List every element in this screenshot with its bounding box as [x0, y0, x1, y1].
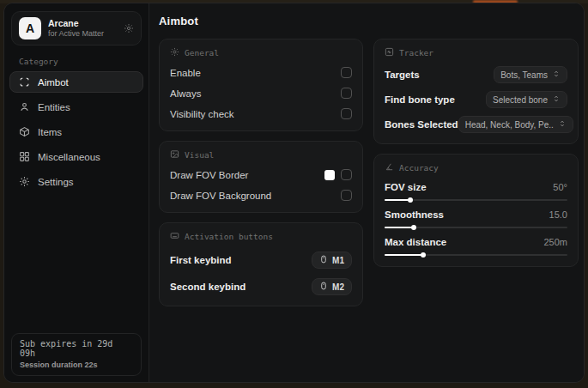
subscription-info-card: Sub expires in 29d 09h Session duration … [11, 333, 142, 376]
enable-checkbox[interactable] [341, 67, 352, 78]
setting-row: Find bone type Selected bone [385, 91, 567, 108]
sidebar-item-label: Miscellaneous [38, 152, 100, 162]
general-card: General Enable Always Visibility check [159, 39, 363, 131]
visibility-check-checkbox[interactable] [341, 108, 352, 119]
sidebar-item-label: Aimbot [38, 77, 69, 88]
image-icon [170, 149, 179, 161]
mouse-icon [319, 255, 328, 265]
accuracy-card: Accuracy FOV size 50° [373, 154, 579, 267]
tracker-card-header: Tracker [385, 47, 567, 58]
settings-gear-icon[interactable] [124, 23, 134, 33]
slider-row: Smoothness 15.0 [385, 209, 567, 228]
setting-row: Enable [170, 66, 352, 79]
always-checkbox[interactable] [341, 88, 352, 99]
card-header-label: Visual [185, 150, 214, 160]
setting-label: Second keybind [170, 282, 246, 292]
setting-row: Targets Bots, Teams [385, 66, 567, 83]
session-duration-text: Session duration 22s [20, 361, 133, 369]
card-header-label: Accuracy [399, 163, 439, 173]
slider-row-header: Smoothness 15.0 [385, 209, 567, 220]
app-brand-card: A Arcane for Active Matter [11, 11, 142, 45]
unfold-icon [552, 70, 561, 80]
keybind-value: M2 [332, 282, 344, 292]
sidebar-item-aimbot[interactable]: Aimbot [9, 71, 143, 93]
setting-label: Draw FOV Background [170, 191, 271, 201]
sidebar-item-settings[interactable]: Settings [9, 171, 143, 192]
setting-row: Visibility check [170, 107, 352, 120]
visual-card-header: Visual [170, 149, 352, 161]
scan-icon [19, 76, 30, 88]
slider-value: 50° [553, 182, 567, 192]
slider-row-header: FOV size 50° [385, 182, 567, 192]
setting-label: Smoothness [385, 209, 444, 220]
cube-icon [19, 126, 30, 137]
unfold-icon [558, 119, 567, 130]
tracker-card: Tracker Targets Bots, Teams [373, 39, 579, 144]
draw-fov-border-checkbox[interactable] [341, 169, 352, 180]
setting-row: Draw FOV Background [170, 189, 352, 202]
setting-label: Visibility check [170, 109, 234, 119]
activity-box-icon [385, 47, 394, 58]
targets-dropdown[interactable]: Bots, Teams [494, 66, 567, 83]
app-brand-text: Arcane for Active Matter [48, 18, 117, 39]
second-keybind-button[interactable]: M2 [312, 278, 352, 295]
left-column: General Enable Always Visibility check [159, 39, 363, 306]
accuracy-card-header: Accuracy [385, 162, 567, 173]
smoothness-slider[interactable] [385, 227, 567, 228]
gear-dotted-icon [170, 47, 179, 58]
visual-card: Visual Draw FOV Border Draw FOV Backgrou… [159, 141, 363, 213]
sidebar-nav: Aimbot Entities Items [4, 70, 149, 194]
app-subtitle: for Active Matter [48, 29, 117, 39]
setting-label: Targets [385, 70, 420, 80]
first-keybind-button[interactable]: M1 [312, 252, 352, 269]
fov-border-color-swatch[interactable] [324, 170, 335, 180]
slider-row-header: Max distance 250m [385, 237, 567, 247]
max-distance-slider[interactable] [385, 254, 567, 256]
dropdown-value: Head, Neck, Body, Pe.. [465, 120, 554, 130]
main-content: Aimbot General Enable [149, 3, 585, 382]
setting-label: Bones Selected [385, 119, 458, 130]
sidebar-item-items[interactable]: Items [9, 121, 143, 142]
gear-icon [19, 176, 30, 187]
person-icon [19, 101, 30, 112]
slider-row: Max distance 250m [385, 237, 567, 256]
sidebar-item-label: Items [38, 127, 62, 137]
grid-icon [19, 151, 30, 162]
sidebar-item-entities[interactable]: Entities [9, 96, 143, 118]
angle-icon [385, 162, 394, 173]
find-bone-type-dropdown[interactable]: Selected bone [486, 91, 567, 108]
cards-columns: General Enable Always Visibility check [159, 39, 579, 306]
sidebar-item-label: Settings [38, 177, 74, 187]
draw-fov-background-checkbox[interactable] [341, 190, 352, 201]
bones-selected-dropdown[interactable]: Head, Neck, Body, Pe.. [458, 116, 573, 133]
keyboard-icon [170, 231, 179, 242]
slider-value: 15.0 [549, 209, 567, 220]
page-title: Aimbot [159, 15, 579, 27]
setting-controls [324, 169, 352, 180]
sidebar-item-miscellaneous[interactable]: Miscellaneous [9, 146, 143, 167]
slider-fill [385, 199, 410, 201]
general-card-header: General [170, 47, 352, 58]
setting-label: Always [170, 88, 201, 99]
unfold-icon [552, 94, 561, 105]
setting-label: FOV size [385, 182, 427, 192]
app-window: A Arcane for Active Matter Category Aimb… [3, 3, 585, 383]
category-label: Category [19, 57, 149, 66]
right-column: Tracker Targets Bots, Teams [373, 39, 579, 306]
card-header-label: Activation buttons [185, 232, 273, 241]
slider-row: FOV size 50° [385, 182, 567, 201]
setting-row: First keybind M1 [170, 252, 352, 269]
setting-label: Enable [170, 68, 201, 78]
sidebar: A Arcane for Active Matter Category Aimb… [4, 3, 149, 382]
setting-label: First keybind [170, 255, 232, 265]
setting-label: Max distance [385, 237, 446, 247]
setting-row: Bones Selected Head, Neck, Body, Pe.. [385, 116, 567, 133]
activation-card-header: Activation buttons [170, 231, 352, 242]
dropdown-value: Selected bone [493, 95, 548, 105]
card-header-label: General [185, 48, 219, 58]
fov-size-slider[interactable] [385, 199, 567, 201]
slider-fill [385, 254, 423, 256]
setting-label: Draw FOV Border [170, 170, 248, 180]
setting-label: Find bone type [385, 94, 455, 105]
setting-row: Always [170, 87, 352, 100]
